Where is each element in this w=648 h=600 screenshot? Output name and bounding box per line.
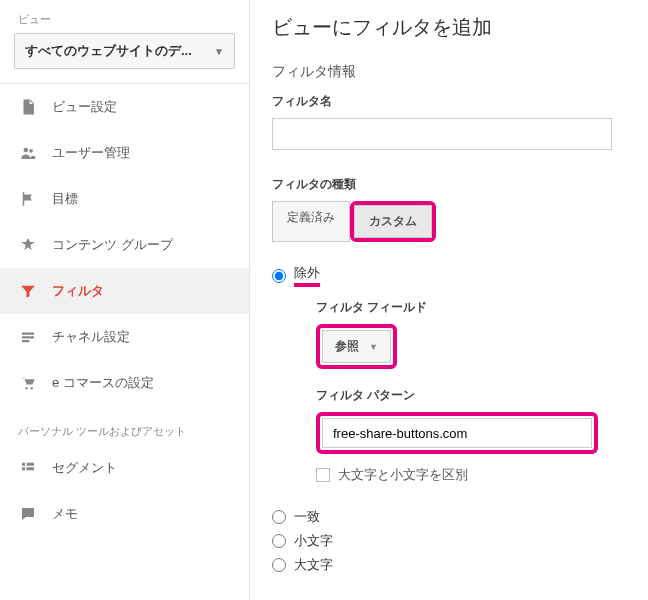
filter-type-predefined-button[interactable]: 定義済み [272, 201, 350, 242]
radio-lowercase-label: 小文字 [294, 532, 333, 550]
sidebar-item-view-settings[interactable]: ビュー設定 [0, 84, 249, 130]
svg-point-6 [31, 387, 33, 389]
highlight-custom: カスタム [350, 201, 436, 242]
radio-match-row[interactable]: 一致 [272, 508, 626, 526]
sidebar-item-label: 目標 [52, 190, 78, 208]
case-sensitive-label: 大文字と小文字を区別 [338, 466, 468, 484]
personal-tools-label: パーソナル ツールおよびアセット [0, 406, 249, 445]
page-title: ビューにフィルタを追加 [272, 14, 626, 41]
radio-exclude-label: 除外 [294, 264, 320, 287]
sidebar-item-label: ユーザー管理 [52, 144, 130, 162]
filter-type-label: フィルタの種類 [272, 176, 626, 193]
cart-icon [18, 373, 38, 393]
filter-field-dropdown[interactable]: 参照 ▼ [322, 330, 391, 363]
svg-rect-4 [22, 340, 30, 342]
radio-uppercase[interactable] [272, 558, 286, 572]
svg-rect-3 [22, 336, 34, 338]
svg-rect-8 [27, 463, 35, 466]
svg-rect-7 [22, 463, 25, 466]
chevron-down-icon: ▼ [214, 46, 224, 57]
view-label: ビュー [0, 8, 249, 33]
radio-uppercase-label: 大文字 [294, 556, 333, 574]
channel-icon [18, 327, 38, 347]
sidebar-item-notes[interactable]: メモ [0, 491, 249, 537]
radio-match[interactable] [272, 510, 286, 524]
users-icon [18, 143, 38, 163]
sidebar-item-label: セグメント [52, 459, 117, 477]
filter-name-label: フィルタ名 [272, 93, 626, 110]
filter-pattern-label: フィルタ パターン [316, 387, 626, 404]
segment-icon [18, 458, 38, 478]
svg-rect-10 [27, 467, 35, 470]
radio-exclude-row[interactable]: 除外 [272, 264, 626, 287]
sidebar-item-label: チャネル設定 [52, 328, 130, 346]
sidebar-item-segments[interactable]: セグメント [0, 445, 249, 491]
filter-field-label: フィルタ フィールド [316, 299, 626, 316]
sidebar-item-label: フィルタ [52, 282, 104, 300]
sidebar-item-label: コンテンツ グループ [52, 236, 173, 254]
filter-field-value: 参照 [335, 338, 359, 355]
main-content: ビューにフィルタを追加 フィルタ情報 フィルタ名 フィルタの種類 定義済み カス… [250, 0, 648, 600]
sidebar-item-content-groups[interactable]: コンテンツ グループ [0, 222, 249, 268]
svg-rect-9 [22, 467, 25, 470]
content-group-icon [18, 235, 38, 255]
highlight-pattern [316, 412, 598, 454]
filter-name-input[interactable] [272, 118, 612, 150]
chevron-down-icon: ▼ [369, 342, 378, 352]
sidebar-item-label: e コマースの設定 [52, 374, 154, 392]
sidebar-item-ecommerce[interactable]: e コマースの設定 [0, 360, 249, 406]
sidebar: ビュー すべてのウェブサイトのデ... ▼ ビュー設定 ユーザー管理 目標 [0, 0, 250, 600]
view-selector[interactable]: すべてのウェブサイトのデ... ▼ [14, 33, 235, 69]
sidebar-item-goals[interactable]: 目標 [0, 176, 249, 222]
flag-icon [18, 189, 38, 209]
radio-exclude[interactable] [272, 269, 286, 283]
svg-rect-2 [22, 333, 34, 335]
page-icon [18, 97, 38, 117]
filter-info-label: フィルタ情報 [272, 63, 626, 81]
radio-match-label: 一致 [294, 508, 320, 526]
highlight-field: 参照 ▼ [316, 324, 397, 369]
radio-lowercase-row[interactable]: 小文字 [272, 532, 626, 550]
filter-pattern-input[interactable] [322, 418, 592, 448]
view-selector-value: すべてのウェブサイトのデ... [25, 42, 192, 60]
filter-icon [18, 281, 38, 301]
svg-point-5 [25, 387, 27, 389]
case-sensitive-checkbox[interactable] [316, 468, 330, 482]
svg-point-1 [29, 149, 33, 153]
radio-lowercase[interactable] [272, 534, 286, 548]
svg-point-0 [24, 148, 29, 153]
filter-type-custom-button[interactable]: カスタム [354, 205, 432, 238]
note-icon [18, 504, 38, 524]
sidebar-item-filters[interactable]: フィルタ [0, 268, 249, 314]
sidebar-item-user-mgmt[interactable]: ユーザー管理 [0, 130, 249, 176]
case-sensitive-row[interactable]: 大文字と小文字を区別 [316, 466, 626, 484]
radio-uppercase-row[interactable]: 大文字 [272, 556, 626, 574]
sidebar-item-channel[interactable]: チャネル設定 [0, 314, 249, 360]
filter-type-buttons: 定義済み カスタム [272, 201, 626, 242]
sidebar-item-label: ビュー設定 [52, 98, 117, 116]
sidebar-item-label: メモ [52, 505, 78, 523]
